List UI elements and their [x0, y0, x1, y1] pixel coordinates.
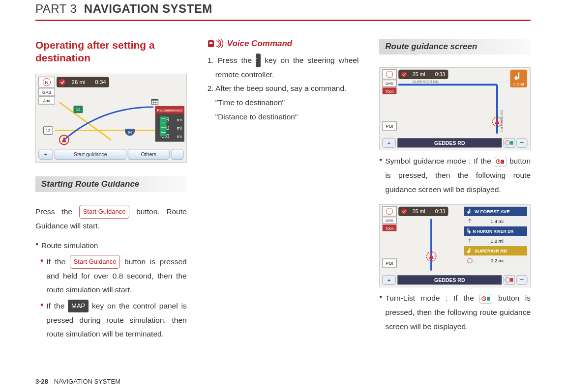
svg-text:POI: POI	[386, 261, 393, 266]
svg-text:+: +	[44, 151, 48, 157]
svg-rect-21	[151, 99, 158, 104]
svg-text:mi: mi	[177, 125, 182, 130]
page-footer: 3-28 NAVIGATION SYSTEM	[35, 378, 120, 385]
svg-text:GEDDES RD: GEDDES RD	[434, 140, 465, 146]
svg-point-78	[387, 208, 393, 215]
svg-text:N: N	[45, 80, 49, 85]
chapter-title: NAVIGATION SYSTEM	[84, 2, 212, 15]
svg-point-48	[401, 72, 407, 77]
voice-example-1: "Time to destination"	[208, 96, 359, 110]
body-text-right-2: Turn-List mode : If the button is presse…	[379, 291, 531, 334]
svg-text:GPS: GPS	[386, 82, 393, 86]
svg-text:0:33: 0:33	[435, 71, 446, 77]
talk-key-ref	[256, 54, 261, 67]
voice-example-2: "Distance to destination"	[208, 110, 359, 124]
svg-text:Start guidance: Start guidance	[74, 151, 107, 157]
svg-text:700ft: 700ft	[386, 89, 394, 94]
svg-text:1.2 mi: 1.2 mi	[491, 239, 504, 244]
start-guidance-button-ref: Start Guidance	[70, 255, 120, 269]
svg-rect-115	[487, 297, 490, 301]
svg-text:12: 12	[46, 128, 51, 133]
svg-text:GPS: GPS	[386, 219, 393, 224]
svg-rect-109	[504, 275, 515, 284]
svg-text:0:33: 0:33	[435, 208, 446, 214]
svg-text:+: +	[387, 277, 391, 283]
body-text-left: Press the Start Guidance button. Route G…	[35, 205, 187, 341]
content-columns: Operating after setting a destination N …	[35, 39, 531, 341]
symbol-mode-button-ref	[494, 157, 506, 167]
svg-rect-41	[209, 42, 212, 44]
svg-text:1.4 mi: 1.4 mi	[491, 219, 504, 224]
svg-text:N HURON RIVER DR: N HURON RIVER DR	[473, 229, 514, 234]
voice-icon	[208, 39, 224, 48]
svg-text:25 mi: 25 mi	[413, 71, 425, 77]
svg-text:26 mi: 26 mi	[72, 79, 86, 85]
svg-text:−: −	[520, 276, 524, 283]
svg-text:25 mi: 25 mi	[413, 208, 425, 214]
svg-text:GPS: GPS	[42, 90, 51, 95]
svg-text:mi: mi	[177, 116, 182, 122]
sub-heading-starting-route-guidance: Starting Route Guidance	[35, 176, 187, 192]
page-number: 3-28	[35, 378, 48, 385]
nav-screenshot-start-guidance: N 26 mi 0:34 GPS 4mi 14 94 12 Recommende…	[35, 74, 187, 163]
start-guidance-button-ref: Start Guidance	[79, 205, 130, 219]
svg-text:mi: mi	[177, 133, 182, 139]
bullet-sim-end: If the MAP key on the control panel is p…	[40, 299, 187, 341]
svg-text:4mi: 4mi	[43, 98, 50, 103]
svg-text:14: 14	[76, 107, 81, 112]
bullet-turnlist-mode: Turn-List mode : If the button is presse…	[379, 291, 531, 334]
svg-line-43	[256, 61, 257, 62]
svg-text:W FOREST AVE: W FOREST AVE	[475, 209, 510, 214]
svg-point-80	[401, 209, 407, 214]
section-title: Operating after setting a destination	[35, 39, 187, 65]
svg-text:SUPERIOR RD: SUPERIOR RD	[413, 80, 439, 84]
svg-point-5	[59, 79, 65, 85]
nav-screenshot-turnlist-mode: 25 mi 0:33 GPS 700ft POI W FOREST AVE 1.…	[379, 204, 531, 287]
svg-text:700ft: 700ft	[386, 226, 394, 231]
page-header: PART 3 NAVIGATION SYSTEM	[35, 0, 531, 21]
column-right: Route guidance screen 25 mi 0:33 0.3 mi …	[379, 39, 531, 341]
svg-text:GEDDES RD: GEDDES RD	[434, 277, 465, 283]
svg-line-42	[256, 58, 257, 59]
bullet-route-simulation: Route simulation	[35, 239, 187, 253]
footer-label: NAVIGATION SYSTEM	[54, 378, 120, 385]
nav-screenshot-symbol-mode: 25 mi 0:33 0.3 mi GPS 700ft SUPERIOR RD …	[379, 67, 531, 150]
svg-text:0.3 mi: 0.3 mi	[514, 82, 524, 86]
svg-point-46	[387, 71, 393, 78]
svg-text:94: 94	[128, 130, 132, 135]
bullet-symbol-mode: Symbol guidance mode : If the button is …	[379, 154, 531, 196]
turnlist-mode-button-ref	[479, 294, 492, 304]
svg-rect-44	[380, 68, 530, 150]
svg-text:POI: POI	[386, 124, 393, 129]
svg-rect-111	[510, 278, 513, 282]
paragraph: Press the Start Guidance button. Route G…	[35, 205, 187, 233]
part-label: PART 3	[35, 2, 77, 15]
svg-rect-31	[160, 116, 166, 136]
voice-step-2: After the beep sound, say a command.	[208, 82, 359, 96]
svg-text:−: −	[520, 139, 524, 146]
svg-text:+: +	[387, 140, 391, 146]
svg-text:Others: Others	[141, 151, 156, 157]
svg-text:Recommended: Recommended	[157, 108, 182, 112]
body-text-mid: Press the key on the steering wheel remo…	[208, 54, 359, 124]
column-left: Operating after setting a destination N …	[35, 39, 187, 341]
svg-rect-71	[510, 141, 513, 145]
body-text-right-1: Symbol guidance mode : If the button is …	[379, 154, 531, 196]
map-key-ref: MAP	[68, 300, 89, 312]
svg-rect-69	[504, 138, 515, 147]
voice-step-1: Press the key on the steering wheel remo…	[208, 54, 359, 82]
voice-command-heading: Voice Command	[208, 39, 359, 49]
sub-heading-route-guidance-screen: Route guidance screen	[379, 39, 531, 55]
bullet-sim-start: If the Start Guidance button is pressed …	[40, 255, 187, 297]
column-middle: Voice Command Press the key on the steer…	[208, 39, 359, 341]
svg-text:0.2 mi: 0.2 mi	[491, 258, 504, 264]
svg-text:−: −	[176, 150, 179, 158]
svg-rect-75	[501, 160, 504, 164]
svg-text:SUPERIOR RD: SUPERIOR RD	[475, 249, 507, 254]
svg-text:0:34: 0:34	[95, 79, 106, 85]
